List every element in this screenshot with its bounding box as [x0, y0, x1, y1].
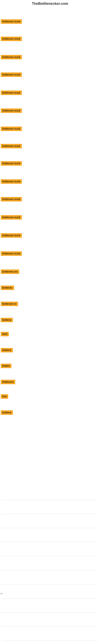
divider-line — [2, 640, 98, 641]
bottleneck-badge[interactable]: Bottleneck result — [1, 90, 22, 95]
bottleneck-badge[interactable]: Bottleneck result — [1, 108, 22, 113]
divider-line — [2, 542, 98, 542]
bottleneck-badge[interactable]: Bottlene — [1, 318, 13, 322]
bottleneck-item: Bottleneck result — [0, 54, 23, 62]
small-label: 0% — [0, 593, 2, 594]
bottleneck-badge[interactable]: Bottlen — [1, 364, 11, 368]
bottleneck-badge[interactable]: Bottleneck result — [1, 144, 22, 148]
divider-line — [2, 598, 98, 598]
bottleneck-item: Bottleneck result — [0, 36, 23, 43]
bottleneck-item: Bottlene — [0, 316, 14, 324]
divider-line — [2, 626, 98, 627]
divider-line — [2, 500, 98, 500]
bottleneck-badge[interactable]: Bottleneck result — [1, 72, 22, 77]
bottleneck-item: Bottleneck result — [0, 89, 23, 97]
bottleneck-badge[interactable]: Bottleneck res — [1, 270, 19, 274]
bottleneck-badge[interactable]: Bottleneck result — [1, 197, 22, 202]
bottleneck-item: Bottlenec — [0, 284, 15, 292]
bottleneck-item: Bottleneck result — [0, 160, 23, 168]
bottleneck-badge[interactable]: Bottleneck result — [1, 55, 22, 59]
bottleneck-badge[interactable]: Bott — [1, 394, 8, 399]
bottleneck-badge[interactable]: Bottleneck result — [1, 251, 22, 256]
divider-line — [2, 556, 98, 556]
bottleneck-badge[interactable]: Bottlene — [1, 348, 13, 352]
bottleneck-badge[interactable]: Bottleneck result — [1, 215, 22, 220]
bottleneck-item: Bottlen — [0, 362, 12, 370]
bottleneck-item: Bottlene — [0, 409, 14, 417]
bottleneck-item: Bottleneck result — [0, 126, 23, 133]
bottleneck-item: Bottleneck result — [0, 18, 23, 26]
bottleneck-badge[interactable]: Bottleneck result — [1, 161, 22, 166]
bottleneck-item: Bott — [0, 393, 9, 401]
bottleneck-badge[interactable]: Bottleneck result — [1, 179, 22, 184]
bottleneck-item: Bottleneck res — [0, 268, 20, 276]
divider-line — [2, 514, 98, 514]
site-title: TheBottlenecker.com — [0, 0, 100, 7]
bottleneck-badge[interactable]: Bottleneck — [1, 380, 15, 384]
bottleneck-badge[interactable]: Bottleneck result — [1, 126, 22, 131]
bottleneck-item: Bottleneck result — [0, 178, 23, 186]
bottleneck-item: Bottlene — [0, 347, 14, 354]
bottleneck-badge[interactable]: Bottlenec — [1, 286, 14, 290]
bottleneck-item: Bottleneck result — [0, 196, 23, 204]
bottleneck-item: Bottleneck — [0, 378, 16, 386]
bottleneck-badge[interactable]: Bottlene — [1, 410, 13, 415]
bottleneck-item: Bottleneck result — [0, 143, 23, 150]
bottleneck-item: Bottleneck re — [0, 300, 19, 308]
bottleneck-badge[interactable]: Bottl — [1, 332, 9, 336]
bottleneck-badge[interactable]: Bottleneck result — [1, 19, 22, 24]
bottleneck-item: Bottleneck result — [0, 107, 23, 115]
bottleneck-item: Bottleneck result — [0, 214, 23, 222]
bottleneck-item: Bottleneck result — [0, 71, 23, 79]
bottleneck-item: Bottleneck result — [0, 250, 23, 258]
bottleneck-badge[interactable]: Bottleneck result — [1, 37, 22, 41]
bottleneck-item: Bottl — [0, 331, 10, 338]
bottleneck-badge[interactable]: Bottleneck re — [1, 302, 18, 306]
divider-line — [2, 584, 98, 584]
bottleneck-item: Bottleneck result — [0, 232, 23, 240]
bottleneck-container: 0% Bottleneck resultBottleneck resultBot… — [0, 7, 100, 644]
bottleneck-badge[interactable]: Bottleneck result — [1, 233, 22, 238]
